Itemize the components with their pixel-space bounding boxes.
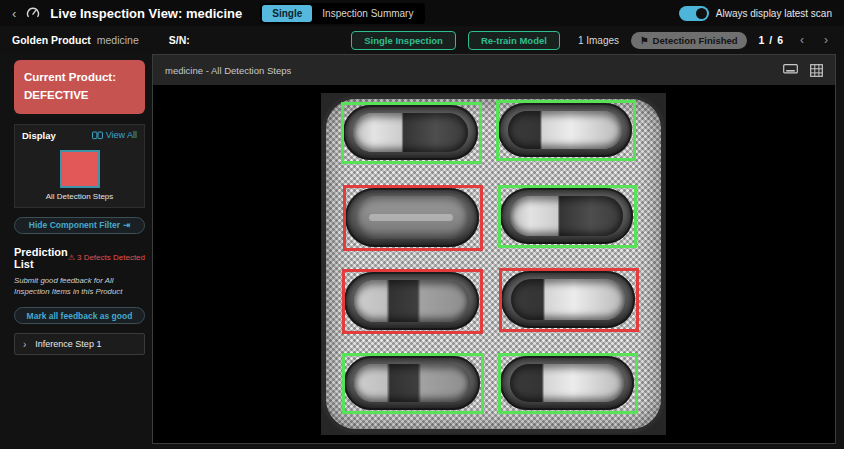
inference-step-label: Inference Step 1 — [35, 339, 101, 349]
detection-box-defect[interactable] — [499, 268, 639, 332]
prediction-list-header: Prediction List ⚠ 3 Defects Detected — [14, 246, 145, 270]
subheader-actions: Single Inspection Re-train Model 1 Image… — [351, 31, 832, 50]
inference-step-row[interactable]: › Inference Step 1 — [14, 333, 145, 355]
detection-box-defect[interactable] — [342, 269, 483, 334]
view-all-link[interactable]: View All — [92, 130, 137, 140]
thumbnail-label: All Detection Steps — [46, 192, 114, 201]
status-badge-label: Detection Finished — [653, 35, 738, 46]
retrain-model-button[interactable]: Re-train Model — [468, 31, 560, 50]
gauge-icon — [26, 6, 40, 20]
defects-count-label: 3 Defects Detected — [77, 253, 145, 262]
display-card: Display View All All Detection Steps — [14, 124, 145, 208]
monitor-icon[interactable] — [783, 64, 798, 76]
defects-summary: ⚠ 3 Defects Detected — [68, 253, 145, 262]
current-product-label: Current Product: — [24, 69, 135, 87]
single-inspection-button[interactable]: Single Inspection — [351, 31, 456, 50]
feedback-description: Submit good feedback for All Inspection … — [14, 275, 145, 298]
flag-icon: ⚑ — [640, 35, 649, 46]
current-product-status: DEFECTIVE — [24, 87, 135, 105]
prev-page-icon[interactable]: ‹ — [796, 33, 808, 47]
mark-all-good-label: Mark all feedback as good — [27, 311, 133, 321]
main-header-icons — [783, 64, 823, 77]
main-panel-title: medicine - All Detection Steps — [165, 65, 291, 76]
display-card-body: All Detection Steps — [15, 145, 144, 207]
inspection-image-area — [153, 85, 835, 443]
prediction-list-title: Prediction List — [14, 246, 68, 270]
current-product-banner: Current Product: DEFECTIVE — [14, 60, 145, 114]
grid-view-icon[interactable] — [810, 64, 823, 77]
detection-box-defect[interactable] — [343, 185, 483, 251]
view-mode-toggle: Single Inspection Summary — [260, 3, 425, 24]
detection-box-pass[interactable] — [341, 102, 482, 164]
grid-small-icon — [92, 131, 103, 140]
sidebar: Current Product: DEFECTIVE Display View … — [14, 54, 145, 355]
view-all-label: View All — [106, 130, 137, 140]
tab-single[interactable]: Single — [262, 5, 312, 22]
display-card-header: Display View All — [15, 125, 144, 145]
detection-box-pass[interactable] — [498, 185, 637, 248]
golden-product-value: medicine — [97, 34, 139, 46]
inspection-photo — [321, 93, 666, 435]
main-panel: medicine - All Detection Steps — [152, 54, 836, 444]
sub-header: Golden Product medicine S/N: Single Insp… — [0, 26, 844, 54]
page-title: Live Inspection View: medicine — [50, 6, 242, 21]
serial-number-label: S/N: — [169, 34, 190, 46]
warning-icon: ⚠ — [68, 253, 75, 262]
images-count: 1 Images — [578, 35, 619, 46]
detection-steps-thumbnail[interactable] — [60, 150, 100, 188]
main-panel-header: medicine - All Detection Steps — [153, 55, 835, 85]
page-count: 1 / 6 — [759, 34, 784, 46]
hide-component-filter-button[interactable]: Hide Component Filter ⇥ — [14, 217, 145, 234]
arrow-right-icon: ⇥ — [123, 220, 130, 230]
hide-filter-label: Hide Component Filter — [29, 220, 120, 230]
detection-box-pass[interactable] — [498, 353, 638, 414]
top-bar: ‹ Live Inspection View: medicine Single … — [0, 0, 844, 26]
toggle-knob — [696, 8, 707, 19]
display-title: Display — [22, 130, 56, 141]
mark-all-good-button[interactable]: Mark all feedback as good — [14, 307, 145, 324]
latest-scan-toggle[interactable] — [679, 6, 709, 21]
back-icon[interactable]: ‹ — [12, 6, 16, 21]
golden-product-label: Golden Product — [12, 34, 91, 46]
tab-inspection-summary[interactable]: Inspection Summary — [312, 5, 423, 22]
detection-box-pass[interactable] — [342, 353, 484, 414]
status-badge: ⚑ Detection Finished — [631, 32, 747, 49]
topbar-right: Always display latest scan — [679, 6, 832, 21]
detection-box-pass[interactable] — [496, 100, 636, 161]
next-page-icon[interactable]: › — [820, 33, 832, 47]
latest-scan-label: Always display latest scan — [716, 8, 832, 19]
chevron-right-icon: › — [23, 339, 26, 350]
live-inspection-view: ‹ Live Inspection View: medicine Single … — [0, 0, 844, 449]
